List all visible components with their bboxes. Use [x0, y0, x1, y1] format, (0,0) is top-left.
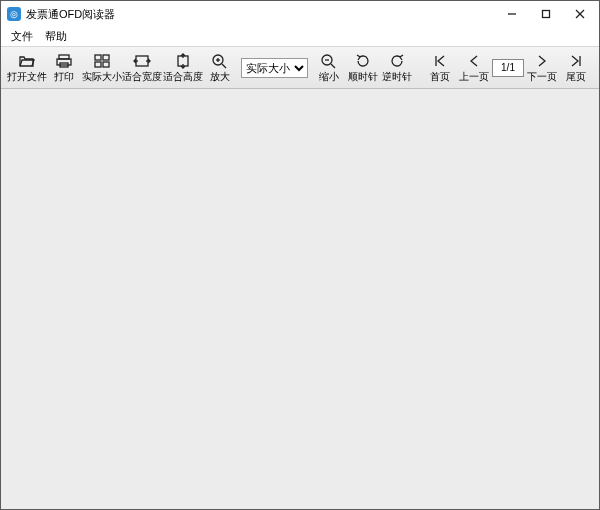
page-number-input[interactable] — [492, 59, 524, 77]
fit-width-button[interactable]: 适合宽度 — [122, 48, 162, 88]
fit-width-label: 适合宽度 — [122, 71, 162, 83]
fit-height-button[interactable]: 适合高度 — [162, 48, 202, 88]
actual-size-icon — [93, 52, 111, 70]
zoom-level-select[interactable]: 实际大小 — [241, 58, 309, 78]
zoom-in-button[interactable]: 放大 — [203, 48, 237, 88]
minimize-button[interactable] — [495, 3, 529, 25]
svg-rect-8 — [103, 55, 109, 60]
window-controls — [495, 3, 597, 25]
first-page-label: 首页 — [430, 71, 450, 83]
open-file-label: 打开文件 — [7, 71, 47, 83]
rotate-cw-label: 顺时针 — [348, 71, 378, 83]
prev-page-icon — [465, 52, 483, 70]
close-icon — [575, 9, 585, 19]
svg-rect-10 — [103, 62, 109, 67]
first-page-button[interactable]: 首页 — [423, 48, 457, 88]
zoom-out-button[interactable]: 缩小 — [312, 48, 346, 88]
next-page-icon — [533, 52, 551, 70]
title-bar: ◎ 发票通OFD阅读器 — [1, 1, 599, 27]
next-page-button[interactable]: 下一页 — [525, 48, 559, 88]
rotate-cw-button[interactable]: 顺时针 — [346, 48, 380, 88]
rotate-cw-icon — [354, 52, 372, 70]
prev-page-label: 上一页 — [459, 71, 489, 83]
prev-page-button[interactable]: 上一页 — [457, 48, 491, 88]
fit-height-icon — [174, 52, 192, 70]
print-label: 打印 — [54, 71, 74, 83]
rotate-ccw-label: 逆时针 — [382, 71, 412, 83]
fit-height-label: 适合高度 — [163, 71, 203, 83]
print-button[interactable]: 打印 — [47, 48, 81, 88]
last-page-button[interactable]: 尾页 — [559, 48, 593, 88]
app-icon: ◎ — [7, 7, 21, 21]
document-viewport — [1, 89, 599, 509]
svg-rect-7 — [95, 55, 101, 60]
fit-width-icon — [133, 52, 151, 70]
menu-file[interactable]: 文件 — [5, 27, 39, 46]
svg-line-18 — [222, 64, 226, 68]
folder-open-icon — [18, 52, 36, 70]
menu-help[interactable]: 帮助 — [39, 27, 73, 46]
menu-bar: 文件 帮助 — [1, 27, 599, 47]
rotate-ccw-button[interactable]: 逆时针 — [380, 48, 414, 88]
zoom-out-label: 缩小 — [319, 71, 339, 83]
zoom-in-icon — [211, 52, 229, 70]
zoom-out-icon — [320, 52, 338, 70]
maximize-icon — [541, 9, 551, 19]
first-page-icon — [431, 52, 449, 70]
svg-line-22 — [331, 64, 335, 68]
rotate-ccw-icon — [388, 52, 406, 70]
svg-rect-9 — [95, 62, 101, 67]
app-window: ◎ 发票通OFD阅读器 文件 帮助 打开文件 — [0, 0, 600, 510]
next-page-label: 下一页 — [527, 71, 557, 83]
maximize-button[interactable] — [529, 3, 563, 25]
last-page-icon — [567, 52, 585, 70]
window-title: 发票通OFD阅读器 — [26, 7, 495, 22]
minimize-icon — [507, 9, 517, 19]
actual-size-button[interactable]: 实际大小 — [81, 48, 121, 88]
svg-rect-5 — [57, 59, 71, 65]
print-icon — [55, 52, 73, 70]
actual-size-label: 实际大小 — [82, 71, 122, 83]
toolbar: 打开文件 打印 实际大小 适合宽度 适合高度 — [1, 47, 599, 89]
last-page-label: 尾页 — [566, 71, 586, 83]
svg-rect-1 — [543, 11, 550, 18]
open-file-button[interactable]: 打开文件 — [7, 48, 47, 88]
zoom-in-label: 放大 — [210, 71, 230, 83]
close-button[interactable] — [563, 3, 597, 25]
